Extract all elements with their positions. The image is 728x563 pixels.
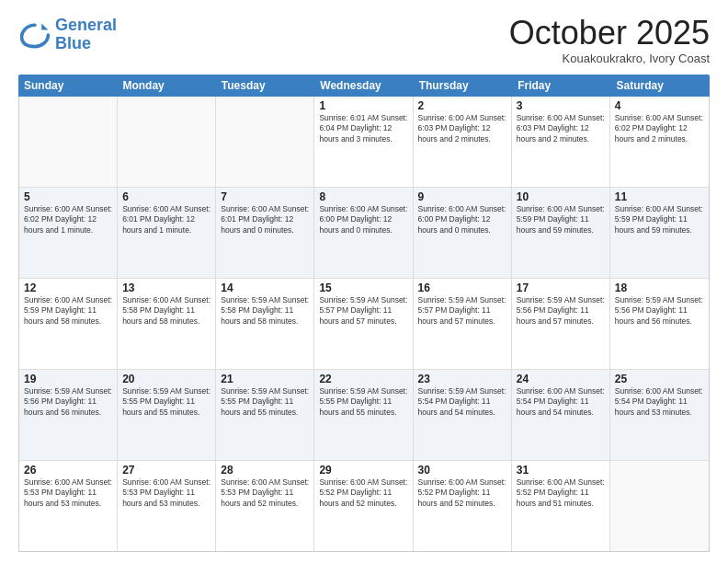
week-row-4: 19Sunrise: 5:59 AM Sunset: 5:56 PM Dayli… <box>19 370 709 461</box>
day-number: 19 <box>24 373 112 385</box>
day-cell-4: 4Sunrise: 6:00 AM Sunset: 6:02 PM Daylig… <box>610 97 709 187</box>
day-cell-2: 2Sunrise: 6:00 AM Sunset: 6:03 PM Daylig… <box>414 97 512 187</box>
day-info: Sunrise: 5:59 AM Sunset: 5:56 PM Dayligh… <box>615 295 704 327</box>
empty-cell-4-6 <box>610 461 709 551</box>
day-cell-12: 12Sunrise: 6:00 AM Sunset: 5:59 PM Dayli… <box>19 279 118 369</box>
day-number: 16 <box>418 282 506 294</box>
header-day-friday: Friday <box>512 75 610 97</box>
day-cell-11: 11Sunrise: 6:00 AM Sunset: 5:59 PM Dayli… <box>610 188 709 278</box>
day-info: Sunrise: 6:01 AM Sunset: 6:04 PM Dayligh… <box>319 113 407 144</box>
day-cell-13: 13Sunrise: 6:00 AM Sunset: 5:58 PM Dayli… <box>118 279 216 369</box>
day-info: Sunrise: 6:00 AM Sunset: 5:59 PM Dayligh… <box>517 204 605 236</box>
day-info: Sunrise: 5:59 AM Sunset: 5:56 PM Dayligh… <box>24 386 112 418</box>
day-cell-5: 5Sunrise: 6:00 AM Sunset: 6:02 PM Daylig… <box>19 188 118 278</box>
day-number: 20 <box>122 373 210 385</box>
day-number: 23 <box>418 373 506 385</box>
day-cell-21: 21Sunrise: 5:59 AM Sunset: 5:55 PM Dayli… <box>216 370 314 460</box>
logo-line2: Blue <box>55 34 91 52</box>
day-number: 31 <box>517 464 605 477</box>
day-number: 15 <box>319 282 407 294</box>
header-day-wednesday: Wednesday <box>314 75 413 97</box>
header-day-tuesday: Tuesday <box>216 75 314 97</box>
title-block: October 2025 Kouakoukrakro, Ivory Coast <box>509 17 710 65</box>
day-cell-14: 14Sunrise: 5:59 AM Sunset: 5:58 PM Dayli… <box>216 279 314 369</box>
day-number: 2 <box>418 99 506 112</box>
day-info: Sunrise: 6:00 AM Sunset: 6:02 PM Dayligh… <box>615 113 704 144</box>
day-info: Sunrise: 6:00 AM Sunset: 5:54 PM Dayligh… <box>615 386 704 418</box>
day-cell-25: 25Sunrise: 6:00 AM Sunset: 5:54 PM Dayli… <box>610 370 709 460</box>
day-info: Sunrise: 6:00 AM Sunset: 6:03 PM Dayligh… <box>418 113 506 144</box>
calendar-body: 1Sunrise: 6:01 AM Sunset: 6:04 PM Daylig… <box>18 97 710 552</box>
day-number: 12 <box>24 282 112 294</box>
day-cell-22: 22Sunrise: 5:59 AM Sunset: 5:55 PM Dayli… <box>314 370 413 460</box>
day-cell-29: 29Sunrise: 6:00 AM Sunset: 5:52 PM Dayli… <box>314 461 413 551</box>
day-info: Sunrise: 6:00 AM Sunset: 5:53 PM Dayligh… <box>24 477 112 509</box>
week-row-3: 12Sunrise: 6:00 AM Sunset: 5:59 PM Dayli… <box>19 279 709 370</box>
empty-cell-0-1 <box>118 97 216 187</box>
day-info: Sunrise: 6:00 AM Sunset: 6:01 PM Dayligh… <box>221 204 309 236</box>
day-info: Sunrise: 6:00 AM Sunset: 6:01 PM Dayligh… <box>122 204 210 236</box>
empty-cell-0-0 <box>19 97 118 187</box>
day-number: 1 <box>319 99 407 112</box>
day-info: Sunrise: 5:59 AM Sunset: 5:54 PM Dayligh… <box>418 386 506 418</box>
day-number: 13 <box>122 282 210 294</box>
day-number: 22 <box>319 373 407 385</box>
day-info: Sunrise: 6:00 AM Sunset: 6:00 PM Dayligh… <box>418 204 506 236</box>
logo-line1: General <box>55 16 117 34</box>
day-number: 7 <box>221 190 309 203</box>
day-info: Sunrise: 6:00 AM Sunset: 5:58 PM Dayligh… <box>122 295 210 327</box>
day-cell-1: 1Sunrise: 6:01 AM Sunset: 6:04 PM Daylig… <box>314 97 413 187</box>
day-info: Sunrise: 6:00 AM Sunset: 6:03 PM Dayligh… <box>517 113 605 144</box>
day-cell-30: 30Sunrise: 6:00 AM Sunset: 5:52 PM Dayli… <box>414 461 512 551</box>
day-info: Sunrise: 5:59 AM Sunset: 5:55 PM Dayligh… <box>221 386 309 418</box>
week-row-2: 5Sunrise: 6:00 AM Sunset: 6:02 PM Daylig… <box>19 188 709 279</box>
day-cell-9: 9Sunrise: 6:00 AM Sunset: 6:00 PM Daylig… <box>414 188 512 278</box>
day-cell-19: 19Sunrise: 5:59 AM Sunset: 5:56 PM Dayli… <box>19 370 118 460</box>
week-row-1: 1Sunrise: 6:01 AM Sunset: 6:04 PM Daylig… <box>19 97 709 188</box>
day-info: Sunrise: 6:00 AM Sunset: 5:52 PM Dayligh… <box>517 477 605 509</box>
day-cell-26: 26Sunrise: 6:00 AM Sunset: 5:53 PM Dayli… <box>19 461 118 551</box>
day-number: 5 <box>24 190 112 203</box>
day-info: Sunrise: 6:00 AM Sunset: 5:59 PM Dayligh… <box>24 295 112 327</box>
day-cell-17: 17Sunrise: 5:59 AM Sunset: 5:56 PM Dayli… <box>512 279 610 369</box>
header: General Blue October 2025 Kouakoukrakro,… <box>18 17 710 65</box>
day-cell-27: 27Sunrise: 6:00 AM Sunset: 5:53 PM Dayli… <box>118 461 216 551</box>
calendar-header: SundayMondayTuesdayWednesdayThursdayFrid… <box>18 75 710 97</box>
logo-icon <box>18 18 51 52</box>
day-info: Sunrise: 5:59 AM Sunset: 5:57 PM Dayligh… <box>418 295 506 327</box>
day-cell-7: 7Sunrise: 6:00 AM Sunset: 6:01 PM Daylig… <box>216 188 314 278</box>
logo: General Blue <box>18 17 117 53</box>
day-info: Sunrise: 5:59 AM Sunset: 5:55 PM Dayligh… <box>319 386 407 418</box>
day-number: 11 <box>615 190 704 203</box>
week-row-5: 26Sunrise: 6:00 AM Sunset: 5:53 PM Dayli… <box>19 461 709 551</box>
empty-cell-0-2 <box>216 97 314 187</box>
header-day-saturday: Saturday <box>611 75 710 97</box>
day-cell-10: 10Sunrise: 6:00 AM Sunset: 5:59 PM Dayli… <box>512 188 610 278</box>
day-number: 9 <box>418 190 506 203</box>
day-number: 25 <box>615 373 704 385</box>
day-cell-3: 3Sunrise: 6:00 AM Sunset: 6:03 PM Daylig… <box>512 97 610 187</box>
day-info: Sunrise: 6:00 AM Sunset: 5:53 PM Dayligh… <box>221 477 309 509</box>
day-info: Sunrise: 6:00 AM Sunset: 6:00 PM Dayligh… <box>319 204 407 236</box>
header-day-sunday: Sunday <box>18 75 117 97</box>
day-number: 6 <box>122 190 210 203</box>
header-day-monday: Monday <box>117 75 215 97</box>
day-number: 17 <box>517 282 605 294</box>
day-cell-18: 18Sunrise: 5:59 AM Sunset: 5:56 PM Dayli… <box>610 279 709 369</box>
day-info: Sunrise: 6:00 AM Sunset: 6:02 PM Dayligh… <box>24 204 112 236</box>
logo-text: General Blue <box>55 17 117 53</box>
day-cell-24: 24Sunrise: 6:00 AM Sunset: 5:54 PM Dayli… <box>512 370 610 460</box>
day-info: Sunrise: 6:00 AM Sunset: 5:59 PM Dayligh… <box>615 204 704 236</box>
day-number: 21 <box>221 373 309 385</box>
day-cell-6: 6Sunrise: 6:00 AM Sunset: 6:01 PM Daylig… <box>118 188 216 278</box>
day-number: 29 <box>319 464 407 477</box>
day-cell-23: 23Sunrise: 5:59 AM Sunset: 5:54 PM Dayli… <box>414 370 512 460</box>
day-cell-28: 28Sunrise: 6:00 AM Sunset: 5:53 PM Dayli… <box>216 461 314 551</box>
day-info: Sunrise: 6:00 AM Sunset: 5:54 PM Dayligh… <box>517 386 605 418</box>
day-cell-8: 8Sunrise: 6:00 AM Sunset: 6:00 PM Daylig… <box>314 188 413 278</box>
day-cell-16: 16Sunrise: 5:59 AM Sunset: 5:57 PM Dayli… <box>414 279 512 369</box>
day-info: Sunrise: 6:00 AM Sunset: 5:52 PM Dayligh… <box>418 477 506 509</box>
day-info: Sunrise: 5:59 AM Sunset: 5:56 PM Dayligh… <box>517 295 605 327</box>
day-info: Sunrise: 5:59 AM Sunset: 5:57 PM Dayligh… <box>319 295 407 327</box>
day-number: 28 <box>221 464 309 477</box>
